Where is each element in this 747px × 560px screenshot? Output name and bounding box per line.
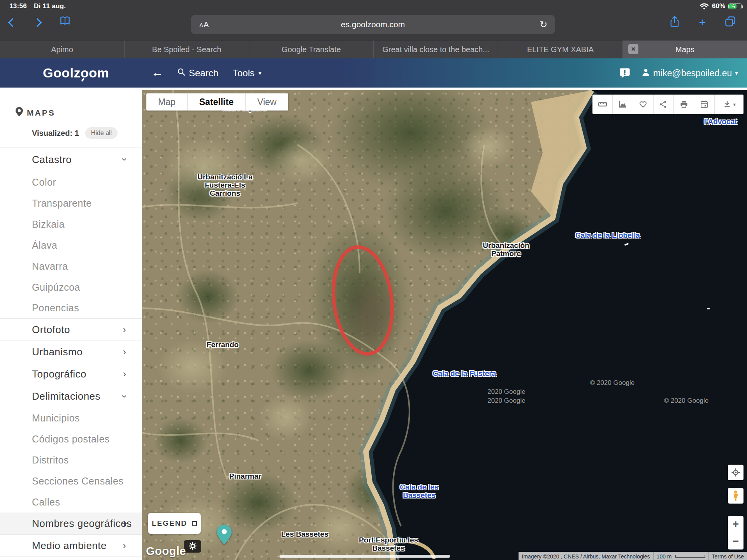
map-type-view[interactable]: View — [246, 93, 288, 111]
address-bar[interactable]: AA es.goolzoom.com ↻ — [191, 15, 555, 34]
user-icon — [642, 68, 650, 79]
sidebar-item-medio-ambiente[interactable]: Medio ambiente› — [0, 535, 142, 557]
map-label: Urbanització LaFustera-ElsCarrions — [197, 173, 252, 197]
close-tab-icon[interactable]: × — [628, 44, 638, 54]
sidebar-item-bizkaia[interactable]: Bizkaia — [0, 214, 142, 235]
sidebar-item-label: Navarra — [32, 261, 68, 272]
header-search-button[interactable]: Search — [177, 68, 218, 79]
browser-nav-left — [9, 16, 71, 28]
browser-tab[interactable]: ×Maps — [623, 40, 747, 58]
plus-icon[interactable]: + — [119, 518, 130, 530]
sidebar-item-distritos[interactable]: Distritos — [0, 449, 142, 470]
zoom-in-button[interactable]: + — [728, 516, 743, 533]
map-label: UrbanizaciónPatmore — [483, 241, 529, 258]
share-page-icon[interactable] — [669, 16, 680, 29]
hide-all-button[interactable]: Hide all — [85, 127, 118, 139]
user-menu[interactable]: mike@bespoiled.eu ▾ — [642, 68, 738, 79]
location-marker-pin[interactable] — [217, 525, 232, 546]
date: Di 11 aug. — [34, 2, 66, 10]
header-tools-button[interactable]: Tools ▾ — [233, 68, 262, 79]
chevron-right-icon[interactable]: › — [119, 346, 130, 357]
screen: 13:56Di 11 aug. 60% ϟ AA es.goolzoom.com… — [0, 0, 747, 560]
sidebar-item-calles[interactable]: Calles — [0, 492, 142, 513]
reload-icon[interactable]: ↻ — [540, 19, 547, 30]
sidebar-item-urbanismo[interactable]: Urbanismo› — [0, 341, 142, 363]
sidebar-item--lava[interactable]: Álava — [0, 235, 142, 256]
sidebar-item-topogr-fico[interactable]: Topográfico› — [0, 363, 142, 385]
sidebar-item-c-digos-postales[interactable]: Códigos postales — [0, 428, 142, 449]
elevation-icon[interactable] — [613, 95, 633, 114]
sidebar-item-catastro[interactable]: Catastro› — [0, 147, 142, 172]
tabs-overview-icon[interactable] — [724, 16, 736, 29]
coastline-layer — [142, 90, 747, 560]
sidebar-item-label: Ortofoto — [32, 324, 70, 336]
browser-tab[interactable]: Great villa close to the beach... — [374, 40, 498, 58]
sidebar-item-transparente[interactable]: Transparente — [0, 193, 142, 214]
text-size-button[interactable]: AA — [199, 20, 209, 29]
tab-label: ELITE GYM XABIA — [527, 45, 594, 54]
feedback-icon[interactable] — [619, 67, 631, 80]
chevron-down-icon[interactable]: › — [119, 391, 130, 402]
sidebar-item-label: Secciones Censales — [32, 476, 124, 487]
sidebar-item-label: Distritos — [32, 455, 69, 466]
sidebar-item-color[interactable]: Color — [0, 172, 142, 193]
map-label: Port Esportiu lesBassetes — [359, 536, 418, 552]
map-label: Cala de lesBassetes — [400, 483, 438, 499]
user-email: mike@bespoiled.eu — [653, 68, 732, 79]
map-label: Les Bassetes — [281, 530, 328, 538]
url-text[interactable]: es.goolzoom.com — [341, 20, 405, 29]
sidebar-item-secciones-censales[interactable]: Secciones Censales — [0, 470, 142, 492]
sidebar-item-ortofoto[interactable]: Ortofoto› — [0, 319, 142, 341]
chevron-right-icon[interactable]: › — [119, 369, 130, 379]
sidebar-item-label: Guipúzcoa — [32, 282, 80, 293]
scale-control[interactable]: 100 m — [653, 552, 708, 560]
browser-tab[interactable]: ELITE GYM XABIA — [498, 40, 623, 58]
header-back-icon[interactable]: ← — [151, 65, 163, 80]
chevron-right-icon[interactable]: › — [119, 324, 130, 335]
gear-icon — [188, 542, 197, 551]
search-label: Search — [189, 68, 218, 79]
chevron-down-icon[interactable]: › — [119, 154, 130, 165]
map-settings-button[interactable] — [184, 540, 201, 553]
sidebar-item-navarra[interactable]: Navarra — [0, 256, 142, 277]
chevron-down-icon: ▾ — [258, 70, 262, 77]
sidebar-item-label: Ponencias — [32, 302, 79, 314]
favorite-icon[interactable] — [633, 95, 654, 114]
back-icon[interactable] — [9, 16, 16, 28]
goolzoom-logo[interactable]: Goolzoom — [43, 65, 109, 81]
sidebar-item-ponencias[interactable]: Ponencias — [0, 298, 142, 319]
legend-button[interactable]: LEGEND — [148, 513, 201, 534]
map-label: Pinarmar — [229, 472, 261, 480]
map-type-satellite[interactable]: Satellite — [188, 93, 246, 111]
sidebar-item-delimitaciones[interactable]: Delimitaciones› — [0, 385, 142, 407]
terms-of-use-link[interactable]: Terms of Use — [708, 552, 747, 560]
print-icon[interactable] — [674, 95, 694, 114]
scale-bar — [675, 555, 705, 558]
map-type-map[interactable]: Map — [146, 93, 188, 111]
new-tab-icon[interactable]: + — [699, 17, 706, 28]
sidebar-item-municipios[interactable]: Municipios — [0, 407, 142, 428]
browser-tab[interactable]: Apimo — [0, 40, 125, 58]
browser-tab[interactable]: Be Spoiled - Search — [125, 40, 249, 58]
sidebar-item-label: Bizkaia — [32, 219, 65, 230]
sidebar-item-nombres-geogr-ficos[interactable]: Nombres geográficos+ — [0, 513, 142, 535]
map-canvas[interactable]: rbanizaciónnca PaqueroUrbanització LaFus… — [142, 90, 747, 560]
ruler-icon[interactable] — [592, 95, 613, 114]
forward-icon[interactable] — [34, 16, 40, 28]
status-bar-right: 60% ϟ — [700, 2, 742, 10]
bookmarks-icon[interactable] — [59, 16, 71, 28]
map-label: Cala de la Fustera — [433, 369, 496, 377]
chevron-right-icon[interactable]: › — [119, 540, 130, 551]
share-icon[interactable] — [654, 95, 674, 114]
map-tools-card: ▾ — [592, 95, 743, 114]
sidebar-item-label: Municipios — [32, 413, 80, 424]
download-icon[interactable]: ▾ — [715, 95, 743, 114]
tab-label: Be Spoiled - Search — [152, 45, 221, 54]
my-location-button[interactable] — [728, 465, 743, 480]
browser-tab[interactable]: Google Translate — [249, 40, 374, 58]
zoom-out-button[interactable]: − — [728, 533, 743, 549]
calendar-icon[interactable] — [694, 95, 714, 114]
google-watermark: © 2020 Google — [664, 397, 709, 405]
sidebar-item-guip-zcoa[interactable]: Guipúzcoa — [0, 277, 142, 298]
pegman-streetview-button[interactable] — [728, 488, 743, 504]
